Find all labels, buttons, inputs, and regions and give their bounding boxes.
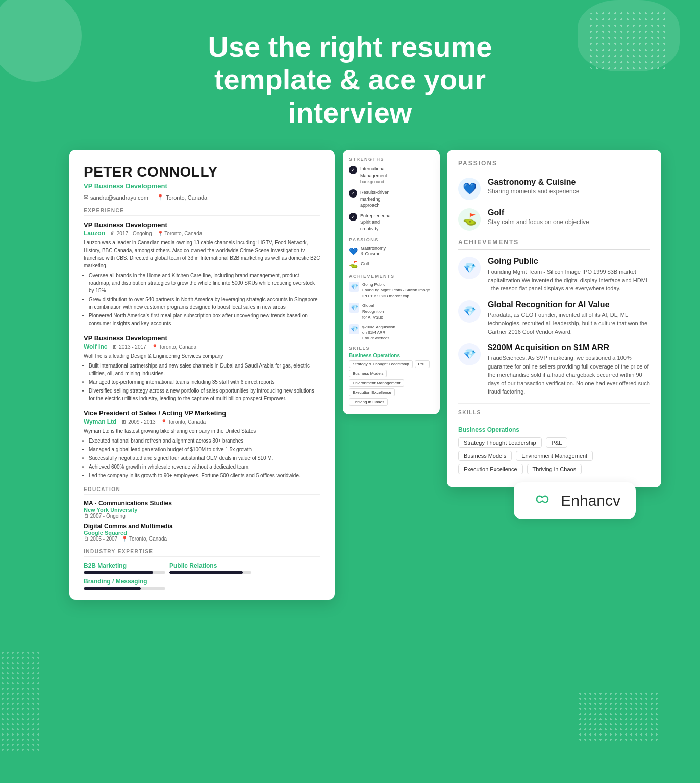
passion-mini-text-1: Gastronomy& Cuisine (361, 246, 386, 257)
bullet-item: Achieved 600% growth in wholesale revenu… (89, 463, 320, 471)
progress-bar-pr (169, 571, 251, 574)
skill-tag-em: Environment Management (516, 451, 593, 461)
ach-mini-1: 💎 Going PublicFounding Mgmt Team - Silic… (349, 282, 434, 299)
edu-school-1: New York University (84, 507, 320, 513)
skills-category: Business Operations (458, 426, 650, 433)
resume-card: PETER CONNOLLY VP Business Development ✉… (69, 150, 335, 600)
check-icon-3: ✓ (349, 213, 357, 221)
job-title-2: VP Business Development (84, 334, 320, 342)
job-meta-1: Lauzon 🗓 2017 - Ongoing 📍 Toronto, Canad… (84, 230, 320, 237)
passion-icon-golf: ⛳ (458, 208, 481, 231)
job-dates-2: 🗓 2013 - 2017 (112, 344, 146, 350)
strength-item-3: ✓ EntrepreneurialSpirit andcreativity (349, 213, 434, 232)
job-desc-3: Wyman Ltd is the fastest growing bike sh… (84, 427, 320, 435)
passion-title-1: Gastronomy & Cuisine (488, 178, 579, 187)
job-meta-3: Wyman Ltd 🗓 2009 - 2013 📍 Toronto, Canad… (84, 418, 320, 425)
job-loc-2: 📍 Toronto, Canada (152, 344, 197, 350)
resume-name: PETER CONNOLLY (84, 164, 320, 180)
skills-mini-cat: Business Operations (349, 353, 434, 358)
ach-icon-1: 💎 (458, 257, 481, 279)
passion-text-gastronomy: Gastronomy & Cuisine Sharing moments and… (488, 178, 579, 195)
bullet-item: Pioneered North America's first meal pla… (89, 312, 320, 327)
ach-text-wrap-2: Global Recognition for AI Value Paradata… (488, 300, 650, 336)
industry-label-pr: Public Relations (169, 562, 251, 569)
ach-mini-3: 💎 $200M Acquisitionon $1M ARRFraudScienc… (349, 324, 434, 341)
skill-tag-5: Execution Excellence (349, 388, 395, 396)
industry-grid: B2B Marketing Public Relations (84, 562, 320, 574)
skills-mini-row-2: Business Models Environment Management (349, 370, 434, 387)
strength-text-3: EntrepreneurialSpirit andcreativity (360, 213, 392, 232)
main-area: PETER CONNOLLY VP Business Development ✉… (0, 150, 700, 615)
job-desc-2: Wolf Inc is a leading Design & Engineeri… (84, 352, 320, 360)
job-title-3: Vice President of Sales / Acting VP Mark… (84, 409, 320, 417)
company-3: Wyman Ltd (84, 418, 116, 425)
job-bullets-1: Oversee all brands in the Home and Kitch… (89, 272, 320, 327)
ach-title-3: $200M Acquisition on $1M ARR (488, 343, 650, 352)
job-desc-1: Lauzon was a leader in Canadian media ow… (84, 239, 320, 270)
right-panels: STRENGTHS ✓ InternationalManagementbackg… (343, 150, 661, 600)
content-wrapper: PETER CONNOLLY VP Business Development ✉… (69, 150, 631, 600)
bullet-item: Successfully negotiated and signed four … (89, 454, 320, 462)
ach-icon-3: 💎 (458, 343, 481, 365)
edu-item-2: Digital Comms and Multimedia Google Squa… (84, 523, 320, 542)
company-1: Lauzon (84, 230, 105, 237)
location-icon: 📍 (157, 194, 164, 201)
heart-icon: 💙 (463, 182, 477, 195)
strength-item-2: ✓ Results-drivenmarketingapproach (349, 189, 434, 209)
check-icon-2: ✓ (349, 189, 357, 198)
passions-mini-label: PASSIONS (349, 237, 434, 242)
job-dates-3: 🗓 2009 - 2013 (121, 419, 155, 425)
industry-item-1: B2B Marketing (84, 562, 165, 574)
job-dates-1: 🗓 2017 - Ongoing (110, 231, 152, 236)
skills-mini-row-3: Execution Excellence Thriving in Chaos (349, 388, 434, 406)
diamond-icon-1: 💎 (349, 282, 359, 292)
ach-mini-text-2: GlobalRecognitionfor AI Value (362, 303, 384, 320)
passion-desc-2: Stay calm and focus on one objective (488, 218, 589, 226)
skills-mini-label: SKILLS (349, 346, 434, 351)
skill-tag-chaos: Thriving in Chaos (527, 464, 582, 474)
edu-school-2: Google Squared (84, 530, 320, 536)
achievement-item-2: 💎 Global Recognition for AI Value Parada… (458, 300, 650, 336)
ach-mini-text-1: Going PublicFounding Mgmt Team - Silicon… (362, 282, 430, 299)
skills-section-label: SKILLS (458, 410, 650, 419)
ach-desc-1: Founding Mgmt Team - Silicon Image IPO 1… (488, 267, 650, 293)
passions-section-label: PASSIONS (458, 160, 650, 170)
passion-mini-icon-2: ⛳ (349, 260, 358, 268)
job-loc-3: 📍 Toronto, Canada (161, 419, 206, 425)
cards-container: STRENGTHS ✓ InternationalManagementbackg… (343, 150, 661, 487)
bullet-item: Managed a global lead generation budget … (89, 446, 320, 453)
achievements-mini-label: ACHIEVEMENTS (349, 274, 434, 279)
skills-section: SKILLS Business Operations Strategy Thou… (458, 403, 650, 474)
strength-text-1: InternationalManagementbackground (360, 166, 387, 185)
ach-icon-2: 💎 (458, 300, 481, 323)
achievement-item-1: 💎 Going Public Founding Mgmt Team - Sili… (458, 257, 650, 293)
passion-item-1: 💙 Gastronomy & Cuisine Sharing moments a… (458, 178, 650, 200)
job-loc-1: 📍 Toronto, Canada (157, 231, 203, 236)
skill-tag-ee: Execution Excellence (458, 464, 523, 474)
edu-meta-1: 🗓 2007 - Ongoing (84, 513, 320, 519)
job-title-1: VP Business Development (84, 221, 320, 229)
ach-title-1: Going Public (488, 257, 650, 266)
job-block-2: VP Business Development Wolf Inc 🗓 2013 … (84, 334, 320, 402)
location-contact: 📍 Toronto, Canada (157, 194, 207, 201)
achievements-main-card: PASSIONS 💙 Gastronomy & Cuisine Sharing … (447, 150, 661, 487)
skills-row-2: Business Models Environment Management (458, 451, 650, 461)
resume-job-title: VP Business Development (84, 182, 320, 190)
bullet-item: Oversee all brands in the Home and Kitch… (89, 272, 320, 295)
golf-icon: ⛳ (463, 213, 477, 226)
edu-item-1: MA - Communications Studies New York Uni… (84, 500, 320, 519)
passion-title-2: Golf (488, 208, 589, 217)
ach-title-2: Global Recognition for AI Value (488, 300, 650, 309)
skill-tag-bm: Business Models (458, 451, 512, 461)
skill-tag-4: Environment Management (349, 379, 404, 387)
bullet-item: Grew distribution to over 540 partners i… (89, 296, 320, 311)
edu-degree-2: Digital Comms and Multimedia (84, 523, 320, 530)
passion-mini-1: 💙 Gastronomy& Cuisine (349, 246, 434, 257)
ach-desc-3: FraudSciences. As SVP marketing, we posi… (488, 354, 650, 396)
skills-row-1: Strategy Thought Leadership P&L (458, 437, 650, 448)
bullet-item: Diversified selling strategy across a ne… (89, 387, 320, 402)
strengths-mini-card: STRENGTHS ✓ InternationalManagementbackg… (343, 150, 440, 414)
strength-text-2: Results-drivenmarketingapproach (360, 189, 390, 209)
job-block-1: VP Business Development Lauzon 🗓 2017 - … (84, 221, 320, 327)
skill-tag-2: P&L (415, 360, 430, 368)
